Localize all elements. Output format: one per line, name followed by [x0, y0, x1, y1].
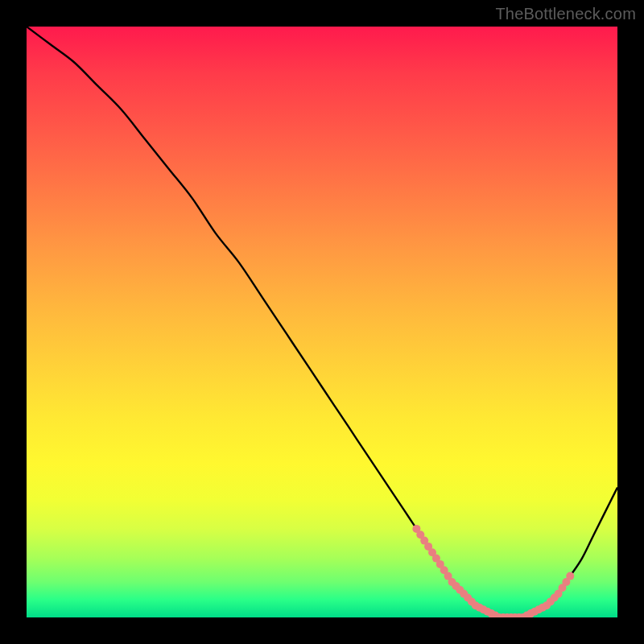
plot-area [27, 27, 617, 617]
bottleneck-curve [27, 27, 617, 617]
watermark-text: TheBottleneck.com [495, 5, 636, 23]
valley-dots [412, 525, 574, 617]
valley-dot [566, 572, 574, 580]
chart-frame: TheBottleneck.com [0, 0, 644, 644]
chart-svg [27, 27, 617, 617]
